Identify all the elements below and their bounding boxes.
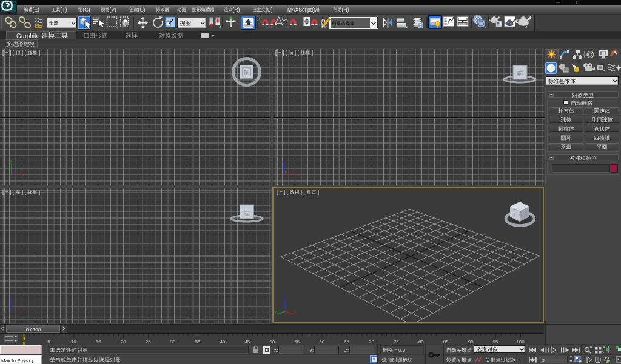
svg-text:z: z (283, 294, 286, 300)
svg-text:15: 15 (96, 339, 101, 345)
svg-text:X:: X: (274, 348, 278, 353)
svg-text:y: y (4, 310, 6, 316)
svg-text:70: 70 (369, 339, 374, 345)
svg-text:3: 3 (257, 16, 260, 22)
svg-text:(V): (V) (110, 7, 117, 13)
svg-text:MAXScript(M): MAXScript(M) (287, 7, 320, 13)
svg-text:]: ] (37, 189, 40, 195)
svg-text:] [: ] [ (21, 50, 28, 56)
svg-text:55: 55 (294, 339, 300, 345)
svg-text:%: % (282, 16, 288, 24)
svg-text:(H): (H) (342, 7, 349, 13)
svg-text:(R): (R) (233, 7, 240, 13)
svg-text:] [: ] [ (21, 189, 28, 195)
svg-text:(G): (G) (82, 7, 90, 13)
svg-text:Y:: Y: (309, 348, 314, 353)
svg-text:(C): (C) (138, 7, 146, 13)
svg-text:20: 20 (121, 339, 126, 345)
svg-text:Max to Physx (: Max to Physx ( (1, 358, 33, 363)
svg-text:0: 0 (542, 357, 545, 363)
svg-text:45: 45 (244, 339, 250, 345)
svg-text:65: 65 (344, 339, 349, 345)
svg-text:60: 60 (319, 339, 324, 345)
svg-text:0 / 100: 0 / 100 (26, 327, 41, 333)
svg-text:[ + ] [: [ + ] [ (275, 50, 289, 56)
svg-text:z: z (10, 295, 12, 300)
svg-text:ABC: ABC (321, 25, 327, 29)
svg-text:80: 80 (418, 339, 424, 345)
svg-text:30: 30 (170, 339, 176, 345)
svg-text:y: y (284, 169, 287, 174)
svg-text:[ + ] [: [ + ] [ (2, 189, 16, 195)
svg-text:5: 5 (47, 339, 50, 345)
svg-text:Z:: Z: (344, 348, 349, 353)
svg-text:85: 85 (443, 339, 449, 345)
svg-text:35: 35 (195, 339, 201, 345)
svg-text:100: 100 (516, 339, 525, 345)
svg-text:] [: ] [ (300, 189, 307, 195)
svg-text:75: 75 (394, 339, 399, 345)
svg-text:[ + ] [: [ + ] [ (2, 50, 16, 56)
svg-text:]: ] (316, 189, 319, 195)
svg-text:z: z (12, 169, 15, 174)
svg-text:95: 95 (493, 339, 498, 345)
svg-text:]: ] (37, 50, 40, 56)
svg-text:(T): (T) (61, 7, 67, 13)
svg-text:x: x (295, 171, 298, 177)
svg-text:z: z (282, 158, 284, 164)
svg-text:10: 10 (71, 339, 76, 345)
svg-text:] [: ] [ (294, 50, 301, 56)
svg-text:0: 0 (22, 340, 25, 346)
svg-text:x: x (23, 171, 25, 177)
svg-text:Graphite: Graphite (16, 33, 41, 39)
svg-text:25: 25 (146, 339, 151, 345)
svg-text:y: y (10, 158, 12, 164)
svg-text:]: ] (310, 50, 313, 56)
svg-text:(U): (U) (266, 7, 273, 13)
svg-text:x: x (294, 309, 297, 314)
svg-text:50: 50 (269, 339, 275, 345)
svg-text:90: 90 (468, 339, 474, 345)
svg-text:= 0.0: = 0.0 (393, 348, 406, 353)
svg-text:[ + ] [: [ + ] [ (277, 189, 290, 195)
svg-text:...: ... (516, 358, 520, 363)
svg-text:y: y (274, 309, 277, 314)
svg-text:40: 40 (220, 339, 226, 345)
svg-text:(E): (E) (33, 7, 40, 13)
